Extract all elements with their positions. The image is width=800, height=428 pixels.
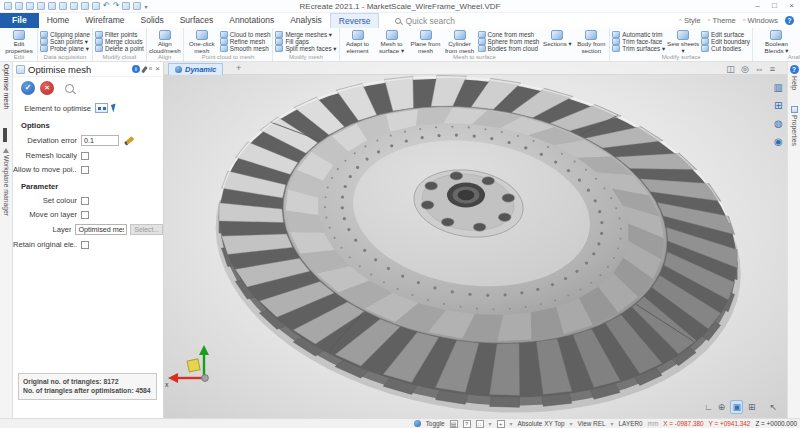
preview-icon[interactable] [65,84,74,93]
open-file-icon[interactable] [15,2,23,10]
ribbon-button-sew-sheets[interactable]: Sew sheets ▾ [667,29,699,53]
undo-icon[interactable]: ↶ [103,2,110,10]
ribbon-button-smooth-mesh[interactable]: Smooth mesh [220,45,271,52]
ribbon-button-cone-from-mesh[interactable]: Cone from mesh [478,31,540,38]
ribbon-button-cylinder-from-mesh[interactable]: Cylinder from mesh [444,29,476,53]
toggle-label[interactable]: Toggle [426,420,445,427]
workplane-selector[interactable]: Absolute XY Top [518,420,565,427]
pointer-icon[interactable]: ↖ [769,401,777,413]
ribbon-button-edit-boundary[interactable]: Edit boundary [701,38,750,45]
save-as-icon[interactable] [37,2,45,10]
import-icon[interactable] [48,2,56,10]
ribbon-button-mesh-to-surface[interactable]: Mesh to surface ▾ [376,29,408,53]
deviation-error-input[interactable] [81,135,119,146]
save-icon[interactable] [26,2,34,10]
active-layer-label[interactable]: LAYER0 [619,420,643,427]
ribbon-button-cloud-to-mesh[interactable]: Cloud to mesh [220,31,271,38]
ribbon-button-body-from-section[interactable]: Body from section [575,29,607,53]
ribbon-button-one-click-mesh[interactable]: One-click mesh [186,29,218,53]
side-tab-help[interactable]: ? Help [788,65,800,90]
tab-file[interactable]: File [0,13,39,28]
dropdown-caret-icon[interactable]: ▾ [510,420,513,427]
fit-width-icon[interactable]: ⇔ [755,64,764,74]
paste-icon[interactable] [92,2,100,10]
copy-icon[interactable] [81,2,89,10]
dropdown-caret-icon[interactable]: ▾ [570,420,573,427]
ribbon-button-automatic-trim[interactable]: Automatic trim [612,31,665,38]
move-on-layer-checkbox[interactable] [81,211,89,219]
new-viewport-tab-button[interactable]: + [236,63,241,73]
ribbon-button-bodies-from-cloud[interactable]: Bodies from cloud [478,45,540,52]
remesh-locally-checkbox[interactable] [81,152,89,160]
ribbon-button-plane-from-mesh[interactable]: Plane from mesh [410,29,442,53]
sphere-gear-icon[interactable]: ◍ [774,118,783,129]
view-mode-selector[interactable]: View REL [578,420,606,427]
mesh-cube-icon[interactable]: ◫ [726,64,735,74]
toggle-icon[interactable] [414,420,421,427]
zoom-cube-icon[interactable]: ◎ [741,64,749,74]
panel-scrollbar-thumb[interactable] [3,128,7,142]
dropdown-caret-icon[interactable]: ▾ [489,420,492,427]
cube-view-icon[interactable]: ▣ [730,400,743,414]
ribbon-button-filter-points[interactable]: Filter points [95,31,144,38]
settings-icon[interactable] [133,2,141,10]
ribbon-button-trim-face-face[interactable]: Trim face-face [612,38,665,45]
grid-view-icon[interactable]: ⊞ [748,401,756,413]
pin-icon[interactable] [141,65,147,72]
collapse-panel-icon[interactable]: « [148,65,152,73]
help-tool-icon[interactable]: ? [463,420,471,428]
grid-keypad-icon[interactable]: ⊞ [774,100,783,111]
tab-solids[interactable]: Solids [133,13,172,28]
ribbon-button-edit-surface[interactable]: Edit surface [701,31,750,38]
pick-cursor-icon[interactable] [111,103,118,112]
move-tool-icon[interactable]: + [497,420,505,428]
ribbon-button-sphere-from-mesh[interactable]: Sphere from mesh [478,38,540,45]
turbine-wheel-model[interactable] [164,75,787,418]
new-file-icon[interactable] [4,2,12,10]
sphere-select-icon[interactable]: ◉ [774,136,783,147]
ribbon-button-delete-a-point[interactable]: Delete a point [95,45,144,52]
panel-info-icon[interactable]: i [132,65,140,73]
ribbon-button-align-cloud-mesh[interactable]: Align cloud/mesh [149,29,181,53]
ribbon-button-scan-points[interactable]: Scan points ▾ [40,38,90,45]
globe-icon[interactable]: ⊕ [718,401,726,413]
ribbon-button-split-mesh-faces[interactable]: Split mesh faces ▾ [275,45,336,52]
ribbon-button-cut-bodies[interactable]: Cut bodies [701,45,750,52]
tab-surfaces[interactable]: Surfaces [172,13,222,28]
ribbon-button-clipping-plane[interactable]: Clipping plane [40,31,90,38]
cut-icon[interactable] [70,2,78,10]
element-selection-icon[interactable] [95,103,108,113]
layer-input[interactable] [75,224,127,235]
side-tab-workplane-manager[interactable]: Workplane manager [0,146,12,216]
viewport-tab-dynamic[interactable]: Dynamic [168,63,223,75]
windows-menu[interactable]: ^Windows [743,16,778,25]
side-tab-properties[interactable]: Properties [788,106,800,146]
set-colour-checkbox[interactable] [81,197,89,205]
ribbon-button-edit-properties[interactable]: Edit properties [3,29,35,53]
cylinder-icon[interactable]: ▥ [774,82,783,93]
ribbon-button-probe-plane[interactable]: Probe plane ▾ [40,45,90,52]
export-icon[interactable] [59,2,67,10]
dropdown-caret-icon[interactable]: ▾ [611,420,614,427]
ribbon-button-trim-surfaces[interactable]: Trim surfaces ▾ [612,45,665,52]
style-menu[interactable]: ^Style [679,16,701,25]
ribbon-button-merge-meshes[interactable]: Merge meshes ▾ [275,31,336,38]
menu-icon[interactable]: ≡ [770,64,775,74]
triad-toggle-icon[interactable]: ∟ [704,401,713,413]
snap-grid-icon[interactable]: ∷ [476,420,484,428]
edit-value-icon[interactable] [124,136,134,145]
qat-dropdown-icon[interactable]: ▾ [144,3,147,10]
tab-wireframe[interactable]: Wireframe [77,13,132,28]
apply-button[interactable]: ✓ [21,81,35,95]
ribbon-button-adapt-to-element[interactable]: Adapt to element [342,29,374,53]
help-icon[interactable]: ? [785,16,794,25]
select-layer-button[interactable]: Select... [130,224,163,235]
retain-original-checkbox[interactable] [81,241,89,249]
close-panel-icon[interactable]: × [155,65,160,73]
quick-search[interactable]: Quick search [395,16,455,26]
cancel-button[interactable]: × [40,81,54,95]
tab-annotations[interactable]: Annotations [221,13,282,28]
redo-icon[interactable]: ↷ [113,2,120,10]
minimize-button[interactable]: – [749,0,766,12]
theme-menu[interactable]: ^Theme [708,16,736,25]
